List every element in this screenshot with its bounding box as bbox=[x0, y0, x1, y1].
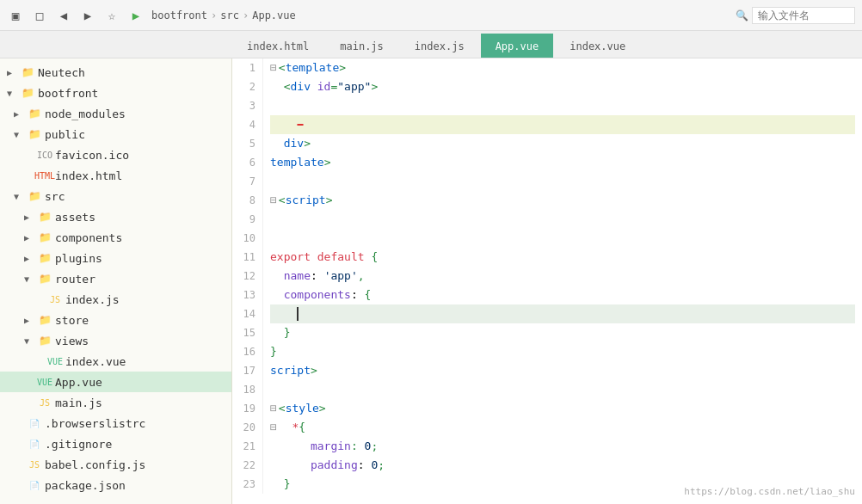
code-lines: ⊟<template> <div id="app"> div>template>… bbox=[263, 58, 862, 494]
sidebar-item-public[interactable]: ▼📁public bbox=[0, 124, 231, 144]
sidebar-label-babel_config_js: babel.config.js bbox=[45, 458, 145, 471]
folder-icon-public: 📁 bbox=[28, 127, 41, 141]
arrow-components: ▶ bbox=[24, 233, 36, 243]
sidebar-label-assets: assets bbox=[55, 211, 95, 224]
sidebar-label-favicon_ico: favicon.ico bbox=[55, 149, 129, 162]
line-number-10: 10 bbox=[236, 229, 256, 248]
arrow-views: ▼ bbox=[24, 336, 36, 346]
tab-index-html[interactable]: index.html bbox=[232, 34, 323, 58]
star-icon[interactable]: ☆ bbox=[103, 7, 120, 24]
collapse-marker[interactable]: ⊟ bbox=[270, 58, 277, 77]
code-line-11: export default { bbox=[270, 248, 855, 267]
code-token-tag: div bbox=[290, 77, 310, 96]
line-number-6: 6 bbox=[236, 153, 256, 172]
code-token-sp bbox=[270, 115, 297, 134]
folder-icon-plugins: 📁 bbox=[38, 251, 52, 265]
code-line-13: components: { bbox=[270, 286, 855, 304]
search-input[interactable] bbox=[752, 7, 855, 24]
code-token-tag-bracket: > bbox=[304, 137, 311, 150]
sidebar-item-gitignore[interactable]: 📄.gitignore bbox=[0, 433, 231, 454]
code-token-sp bbox=[270, 475, 284, 494]
search-box: 🔍 bbox=[736, 7, 855, 24]
tab-index-vue[interactable]: index.vue bbox=[555, 34, 640, 58]
sidebar-item-router_index_js[interactable]: JSindex.js bbox=[0, 289, 231, 310]
line-number-3: 3 bbox=[236, 96, 256, 115]
line-number-15: 15 bbox=[236, 323, 256, 342]
sidebar-label-node_modules: node_modules bbox=[45, 108, 126, 120]
arrow-node_modules: ▶ bbox=[14, 109, 26, 119]
sidebar-item-router[interactable]: ▼📁router bbox=[0, 268, 231, 289]
arrow-neutech: ▶ bbox=[7, 68, 19, 77]
collapse-marker[interactable]: ⊟ bbox=[270, 399, 277, 418]
search-icon: 🔍 bbox=[736, 9, 748, 22]
arrow-public: ▼ bbox=[14, 130, 26, 139]
breadcrumb-root[interactable]: bootfront bbox=[151, 9, 207, 22]
code-token-sp bbox=[270, 286, 284, 304]
folder-icon-assets: 📁 bbox=[38, 210, 52, 224]
forward-icon[interactable]: ▶ bbox=[79, 7, 96, 24]
sidebar-label-index_html: index.html bbox=[55, 169, 122, 182]
code-token-sp bbox=[270, 304, 297, 323]
code-token-tag: script bbox=[286, 191, 326, 210]
sidebar-item-package_json[interactable]: 📄package.json bbox=[0, 475, 231, 495]
run-icon[interactable]: ▶ bbox=[127, 7, 145, 24]
sidebar-item-bootfront[interactable]: ▼📁bootfront bbox=[0, 83, 231, 103]
code-token-tag-bracket: > bbox=[326, 191, 333, 210]
code-token-attr-name: margin bbox=[311, 437, 351, 456]
code-line-14 bbox=[270, 304, 855, 323]
arrow-router: ▼ bbox=[24, 274, 36, 284]
code-line-7 bbox=[270, 172, 855, 191]
code-line-4 bbox=[270, 115, 855, 134]
sidebar-label-public: public bbox=[45, 128, 85, 141]
breadcrumb: bootfront › src › App.vue bbox=[151, 9, 729, 22]
sidebar-item-neutech[interactable]: ▶📁Neutech bbox=[0, 62, 231, 83]
code-token-sp bbox=[270, 134, 284, 153]
back-icon[interactable]: ◀ bbox=[55, 7, 72, 24]
code-line-9 bbox=[270, 210, 855, 229]
code-token-tag-bracket: { bbox=[365, 286, 372, 304]
sidebar-item-babel_config_js[interactable]: JSbabel.config.js bbox=[0, 454, 231, 475]
sidebar-item-favicon_ico[interactable]: ICOfavicon.ico bbox=[0, 144, 231, 165]
collapse-marker[interactable]: ⊟ bbox=[270, 191, 277, 210]
line-number-2: 2 bbox=[236, 77, 256, 96]
sidebar-label-src: src bbox=[45, 190, 65, 203]
sidebar-item-plugins[interactable]: ▶📁plugins bbox=[0, 248, 231, 268]
code-line-15: } bbox=[270, 323, 855, 342]
code-line-12: name: 'app', bbox=[270, 267, 855, 286]
breadcrumb-file[interactable]: App.vue bbox=[252, 9, 296, 22]
sidebar-item-index_html[interactable]: HTMLindex.html bbox=[0, 165, 231, 186]
sidebar-item-node_modules[interactable]: ▶📁node_modules bbox=[0, 103, 231, 124]
tabs-bar: index.htmlmain.jsindex.jsApp.vueindex.vu… bbox=[0, 31, 862, 58]
file-icon-package_json: 📄 bbox=[28, 478, 41, 492]
code-line-10 bbox=[270, 229, 855, 248]
sidebar-item-views[interactable]: ▼📁views bbox=[0, 330, 231, 351]
tab-main-js[interactable]: main.js bbox=[325, 34, 398, 58]
line-numbers: 1234567891011121314151617181920212223 bbox=[232, 58, 263, 494]
collapse-marker[interactable]: ⊟ bbox=[270, 418, 277, 437]
sidebar-item-app_vue[interactable]: VUEApp.vue bbox=[0, 372, 231, 392]
breadcrumb-src[interactable]: src bbox=[220, 9, 239, 22]
sidebar-label-router: router bbox=[55, 273, 95, 286]
sidebar-item-views_index_vue[interactable]: VUEindex.vue bbox=[0, 351, 231, 372]
editor[interactable]: 1234567891011121314151617181920212223 ⊟<… bbox=[232, 58, 862, 504]
sidebar-item-components[interactable]: ▶📁components bbox=[0, 227, 231, 248]
save-icon[interactable]: □ bbox=[31, 7, 48, 24]
code-token-tag: template bbox=[270, 156, 324, 169]
code-line-3 bbox=[270, 96, 855, 115]
folder-icon-router: 📁 bbox=[38, 272, 52, 286]
line-number-13: 13 bbox=[236, 286, 256, 304]
sidebar-item-src[interactable]: ▼📁src bbox=[0, 186, 231, 206]
sidebar-label-views: views bbox=[55, 335, 89, 347]
folder-icon-src: 📁 bbox=[28, 189, 41, 203]
sidebar-item-main_js[interactable]: JSmain.js bbox=[0, 392, 231, 413]
tab-index-js[interactable]: index.js bbox=[400, 34, 479, 58]
file-icon-favicon_ico: ICO bbox=[38, 148, 52, 162]
sidebar-item-store[interactable]: ▶📁store bbox=[0, 310, 231, 330]
folder-icon-views: 📁 bbox=[38, 334, 52, 347]
new-file-icon[interactable]: ▣ bbox=[7, 7, 24, 24]
sidebar-item-browserslistrc[interactable]: 📄.browserslistrc bbox=[0, 413, 231, 433]
sidebar-item-assets[interactable]: ▶📁assets bbox=[0, 206, 231, 227]
arrow-assets: ▶ bbox=[24, 212, 36, 222]
line-number-16: 16 bbox=[236, 342, 256, 361]
tab-App-vue[interactable]: App.vue bbox=[481, 34, 554, 58]
